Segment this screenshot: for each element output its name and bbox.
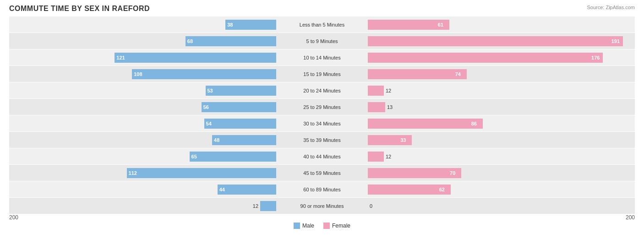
row-label: 90 or more Minutes — [300, 203, 344, 209]
male-bar — [225, 20, 276, 30]
female-value: 12 — [386, 88, 391, 93]
legend-male: Male — [294, 223, 314, 229]
chart-row: 15 to 19 Minutes10874 — [9, 66, 635, 82]
row-label: 10 to 14 Minutes — [303, 55, 340, 60]
row-label: Less than 5 Minutes — [300, 22, 344, 27]
female-value: 86 — [471, 121, 477, 126]
female-bar — [368, 102, 385, 112]
female-bar — [368, 185, 451, 195]
legend-female: Female — [323, 223, 350, 229]
chart-row: 40 to 44 Minutes6512 — [9, 148, 635, 164]
male-value: 68 — [187, 38, 193, 44]
male-value: 56 — [203, 104, 209, 110]
female-value: 191 — [611, 38, 620, 44]
chart-row: 10 to 14 Minutes121176 — [9, 49, 635, 65]
chart-row: 35 to 39 Minutes4833 — [9, 132, 635, 148]
male-bar — [115, 53, 276, 63]
axis-right: 200 — [626, 214, 635, 221]
axis-left: 200 — [9, 214, 18, 221]
row-label: 15 to 19 Minutes — [303, 71, 340, 77]
chart-title: COMMUTE TIME BY SEX IN RAEFORD — [9, 5, 635, 13]
row-label: 25 to 29 Minutes — [303, 104, 340, 110]
female-value: 0 — [370, 203, 372, 209]
female-bar — [368, 119, 483, 129]
chart-row: 25 to 29 Minutes5613 — [9, 99, 635, 115]
row-label: 5 to 9 Minutes — [306, 38, 338, 44]
male-value: 65 — [191, 154, 197, 159]
legend-female-label: Female — [332, 223, 350, 229]
female-value: 62 — [439, 187, 445, 192]
chart-row: Less than 5 Minutes3861 — [9, 16, 635, 33]
chart-row: 20 to 24 Minutes5312 — [9, 82, 635, 98]
chart-container: COMMUTE TIME BY SEX IN RAEFORD Source: Z… — [0, 0, 644, 239]
row-label: 35 to 39 Minutes — [303, 137, 340, 143]
female-bar — [368, 53, 603, 63]
male-value: 112 — [129, 170, 137, 176]
male-value: 108 — [134, 71, 142, 77]
axis-labels: 200 200 — [9, 214, 635, 221]
chart-row: 30 to 34 Minutes5486 — [9, 115, 635, 131]
male-value: 54 — [206, 121, 212, 126]
male-bar — [132, 69, 276, 79]
male-bar — [206, 86, 276, 96]
row-label: 60 to 89 Minutes — [303, 187, 340, 192]
legend: Male Female — [9, 223, 635, 229]
male-value: 48 — [214, 137, 219, 143]
male-bar — [202, 102, 276, 112]
legend-male-box — [294, 223, 300, 229]
female-value: 61 — [438, 22, 443, 27]
female-value: 74 — [455, 71, 461, 77]
chart-row: 60 to 89 Minutes4462 — [9, 181, 635, 197]
male-value: 12 — [253, 203, 258, 209]
female-bar — [368, 20, 449, 30]
chart-area: Less than 5 Minutes38615 to 9 Minutes681… — [9, 16, 635, 213]
female-value: 70 — [450, 170, 455, 176]
row-label: 30 to 34 Minutes — [303, 121, 340, 126]
male-bar — [127, 168, 276, 178]
chart-row: 45 to 59 Minutes11270 — [9, 165, 635, 181]
male-value: 53 — [207, 88, 213, 93]
female-bar — [368, 86, 384, 96]
female-value: 13 — [387, 104, 393, 110]
female-bar — [368, 152, 384, 162]
row-label: 40 to 44 Minutes — [303, 154, 340, 159]
male-bar — [260, 201, 276, 211]
source-text: Source: ZipAtlas.com — [587, 5, 635, 10]
row-label: 45 to 59 Minutes — [303, 170, 340, 176]
female-bar — [368, 168, 461, 178]
female-value: 33 — [400, 137, 406, 143]
legend-female-box — [323, 223, 330, 229]
male-bar — [190, 152, 276, 162]
female-bar — [368, 69, 467, 79]
male-bar — [204, 119, 276, 129]
male-value: 44 — [219, 187, 225, 192]
row-label: 20 to 24 Minutes — [303, 88, 340, 93]
male-bar — [218, 185, 276, 195]
female-value: 12 — [386, 154, 391, 159]
female-value: 176 — [591, 55, 600, 60]
legend-male-label: Male — [302, 223, 314, 229]
chart-row: 90 or more Minutes120 — [9, 198, 635, 214]
female-bar — [368, 36, 623, 46]
chart-row: 5 to 9 Minutes68191 — [9, 33, 635, 49]
male-bar — [186, 36, 276, 46]
male-bar — [212, 135, 276, 145]
male-value: 121 — [116, 55, 125, 60]
male-value: 38 — [227, 22, 233, 27]
